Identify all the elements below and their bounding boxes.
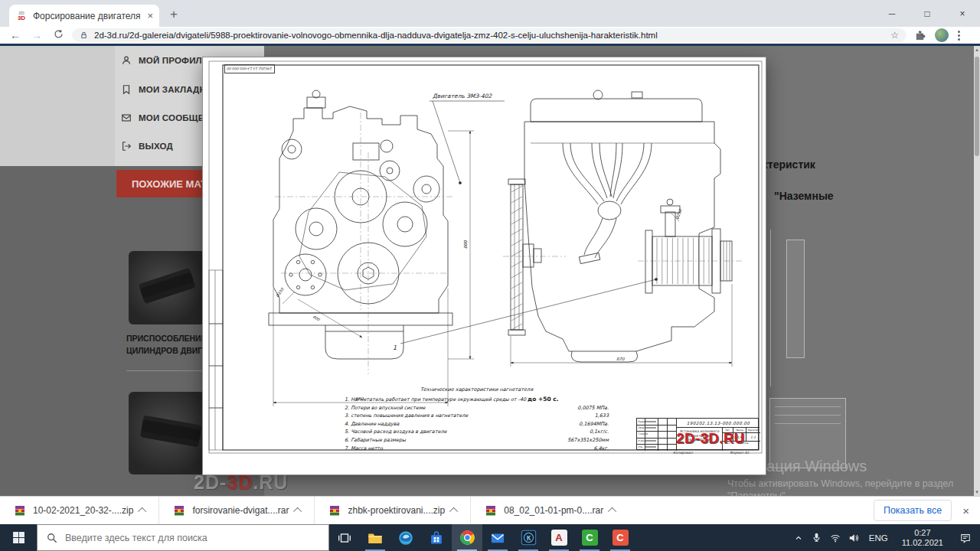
task-view-icon	[338, 531, 351, 545]
chevron-up-icon[interactable]	[608, 507, 616, 516]
tab-title: Форсирование двигателя ЗМЗ-...	[33, 11, 140, 21]
archive-icon	[485, 504, 497, 517]
downloads-bar-close-icon[interactable]: ×	[962, 504, 969, 517]
extensions-puzzle-icon[interactable]	[914, 30, 926, 41]
taskbar-app-chrome[interactable]	[452, 524, 482, 551]
svg-text:1: 1	[393, 344, 397, 351]
window-maximize-button[interactable]: □	[910, 0, 945, 27]
browser-toolbar: ← → 2d-3d.ru/2d-galereia/dvigateli/5988-…	[0, 27, 980, 44]
download-filename: forsirovanie-dvigat....rar	[192, 505, 289, 516]
tech-title: Технические характеристики нагнетателя	[345, 386, 609, 393]
clock-date: 11.02.2021	[902, 538, 943, 548]
window-minimize-button[interactable]: ─	[874, 0, 910, 27]
scroll-down-arrow[interactable]: ▼	[974, 488, 980, 496]
tab-close-icon[interactable]: ×	[147, 10, 153, 21]
archive-icon	[14, 504, 26, 517]
tab-strip: 2D3D Форсирование двигателя ЗМЗ-... × + …	[0, 0, 980, 27]
start-button[interactable]	[0, 524, 37, 551]
drawing-watermark-logo: 2D-3D.RU	[659, 430, 762, 447]
new-tab-button[interactable]: +	[170, 7, 178, 22]
browser-menu-icon[interactable]	[958, 31, 960, 41]
sidebar-item-label: МОИ ЗАКЛАДКИ	[139, 85, 211, 94]
taskbar-app-file-explorer[interactable]	[360, 524, 390, 551]
archive-icon	[173, 504, 185, 517]
reload-button[interactable]	[47, 29, 69, 41]
taskbar-app-c-red[interactable]: C	[605, 524, 635, 551]
page-scrollbar[interactable]: ▲ ▼	[974, 46, 980, 496]
screen: МОЙ ПРОФИЛЬ МОИ ЗАКЛАДКИ МОИ СООБЩЕНИЯ В…	[0, 0, 980, 551]
search-input[interactable]	[65, 533, 295, 543]
clock-time: 0:27	[902, 528, 943, 538]
taskbar-search-box[interactable]	[37, 524, 329, 551]
kompas-icon: К	[521, 530, 537, 546]
taskbar-app-mail[interactable]	[482, 524, 513, 551]
window-close-button[interactable]: ×	[945, 0, 980, 27]
download-item[interactable]: zhbk-proektirovani....zip	[315, 497, 471, 524]
downloads-bar: 10-02-2021_20-32-....zip forsirovanie-dv…	[0, 496, 980, 524]
chevron-up-icon[interactable]	[138, 507, 146, 516]
mail-icon	[490, 530, 505, 546]
envelope-icon	[121, 112, 132, 123]
site-favicon: 2D3D	[15, 10, 28, 22]
sheet-corner-stamp: 190202.13.13-000.000.00	[224, 64, 275, 73]
svg-text:400: 400	[312, 315, 322, 322]
red-a-app-icon: А	[551, 530, 567, 546]
language-indicator[interactable]: ENG	[863, 533, 894, 543]
action-center-button[interactable]	[951, 524, 980, 551]
padlock-icon	[80, 31, 88, 40]
chevron-up-icon[interactable]	[293, 507, 302, 516]
sidebar-item-profile[interactable]: МОЙ ПРОФИЛЬ	[121, 55, 208, 66]
taskbar-app-kompas[interactable]: К	[513, 524, 544, 551]
chrome-icon	[459, 530, 475, 546]
scrollbar-thumb[interactable]	[975, 57, 979, 156]
task-view-button[interactable]	[329, 524, 360, 551]
sidebar-item-bookmarks[interactable]: МОИ ЗАКЛАДКИ	[121, 84, 211, 95]
bookmark-star-icon[interactable]: ☆	[890, 30, 899, 41]
wifi-icon[interactable]	[826, 524, 844, 551]
related-item-thumbnail[interactable]	[129, 392, 213, 474]
microsoft-store-icon	[429, 530, 444, 546]
related-item-thumbnail[interactable]	[129, 251, 205, 324]
tray-chevron-icon[interactable]	[789, 524, 808, 551]
archive-icon	[328, 504, 341, 517]
windows-logo-icon	[12, 531, 25, 544]
svg-text:870: 870	[616, 357, 625, 361]
svg-text:Двигатель ЗМЗ-402: Двигатель ЗМЗ-402	[433, 93, 493, 99]
profile-avatar[interactable]	[935, 28, 949, 42]
technical-characteristics: Технические характеристики нагнетателя 1…	[345, 386, 609, 452]
format-label: Формат А1	[730, 451, 750, 455]
chevron-up-icon[interactable]	[449, 507, 458, 516]
page-text-fragment: "Наземные	[774, 190, 834, 202]
scroll-up-arrow[interactable]: ▲	[974, 46, 980, 54]
sidebar-item-label: ВЫХОД	[139, 142, 173, 151]
system-tray: ENG 0:27 11.02.2021	[789, 524, 980, 551]
browser-tab[interactable]: 2D3D Форсирование двигателя ЗМЗ-... ×	[9, 5, 159, 27]
taskbar-app-camtasia[interactable]: C	[574, 524, 605, 551]
taskbar-app-edge[interactable]	[390, 524, 421, 551]
forward-button[interactable]: →	[26, 29, 47, 41]
download-item[interactable]: forsirovanie-dvigat....rar	[159, 497, 315, 524]
microphone-icon[interactable]	[808, 524, 826, 551]
download-item[interactable]: 08_02_01-01-pm-0....rar	[471, 497, 629, 524]
lightbox-drawing-image[interactable]: Двигатель ЗМЗ-402 1 660 800 400 Ø100 870…	[203, 57, 766, 474]
windows-activation-watermark-line2: Чтобы активировать Windows, перейдите в …	[727, 478, 953, 489]
bookmark-icon	[121, 84, 132, 95]
svg-text:Ø100: Ø100	[275, 286, 285, 298]
taskbar-clock[interactable]: 0:27 11.02.2021	[894, 528, 951, 548]
engine-front-view	[269, 90, 454, 374]
address-bar[interactable]: 2d-3d.ru/2d-galereia/dvigateli/5988-proe…	[72, 28, 906, 42]
drawing-labels: Двигатель ЗМЗ-402 1 660 800 400 Ø100 870…	[275, 93, 683, 401]
file-explorer-icon	[368, 530, 383, 546]
copied-label: Копировал	[673, 451, 693, 455]
download-item[interactable]: 10-02-2021_20-32-....zip	[0, 497, 159, 524]
back-button[interactable]: ←	[5, 29, 26, 41]
speaker-icon[interactable]	[844, 524, 863, 551]
show-all-downloads-button[interactable]: Показать все	[874, 500, 952, 521]
svg-text:Ø250: Ø250	[675, 208, 683, 220]
action-center-icon	[960, 533, 971, 543]
engine-side-view	[503, 90, 743, 362]
taskbar-app-store[interactable]	[421, 524, 452, 551]
sidebar-item-logout[interactable]: ВЫХОД	[121, 141, 173, 152]
taskbar-app-ascon[interactable]: А	[544, 524, 574, 551]
svg-text:800: 800	[463, 240, 468, 249]
